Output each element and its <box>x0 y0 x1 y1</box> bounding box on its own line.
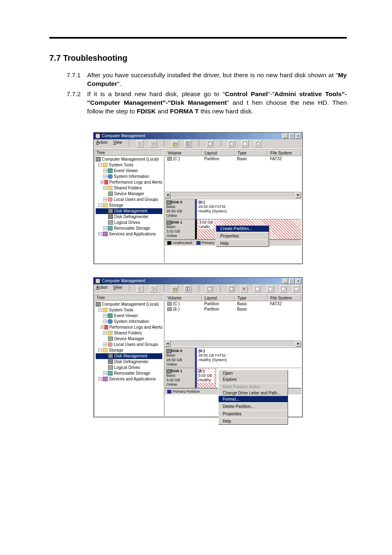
disk-1-unallocated[interactable]: 3.02 GB Unallo Create Partition... Prope… <box>195 219 301 239</box>
tree-disk-management[interactable]: Disk Management <box>96 353 162 359</box>
disk-1-label[interactable]: Disk 1 Basic 3.02 GB Online <box>165 368 195 388</box>
menu-action[interactable]: Action <box>96 140 108 147</box>
nav-back-button[interactable] <box>136 285 144 292</box>
tree-root[interactable]: Computer Management (Local) <box>96 157 162 162</box>
tree-storage[interactable]: −Storage <box>96 203 162 208</box>
up-button[interactable] <box>171 140 179 147</box>
disk-0-label[interactable]: Disk 0 Basic 28.50 GB Online <box>165 348 195 368</box>
tree-tab[interactable]: Tree <box>95 295 163 301</box>
col-filesystem[interactable]: File System <box>267 150 301 156</box>
toolbar-button[interactable] <box>280 285 287 292</box>
tree-services-apps[interactable]: +Services and Applications <box>96 231 162 237</box>
tree-system-tools[interactable]: −System Tools <box>96 307 162 313</box>
horizontal-scrollbar[interactable]: ◄► <box>165 341 301 346</box>
menu-help[interactable]: Help <box>219 418 288 424</box>
disk-1-label[interactable]: Disk 1 Basic 3.02 GB Online <box>165 219 195 239</box>
scroll-left-button[interactable]: ◄ <box>165 341 171 347</box>
tree-disk-defrag[interactable]: Disk Defragmenter <box>96 359 162 365</box>
scroll-left-button[interactable]: ◄ <box>165 192 171 198</box>
tree-system-info[interactable]: +System Information <box>96 174 162 180</box>
menu-help[interactable]: Help <box>216 240 269 246</box>
menu-view[interactable]: View <box>113 140 122 147</box>
tree-storage[interactable]: −Storage <box>96 348 162 353</box>
horizontal-scrollbar[interactable]: ◄► <box>165 192 301 198</box>
titlebar[interactable]: Computer Management _ □ × <box>94 278 302 284</box>
expand-icon[interactable]: + <box>98 377 102 381</box>
expand-icon[interactable]: + <box>103 169 107 173</box>
tree-disk-defrag[interactable]: Disk Defragmenter <box>96 214 162 220</box>
menu-view[interactable]: View <box>113 285 122 292</box>
collapse-icon[interactable]: − <box>98 348 102 352</box>
col-layout[interactable]: Layout <box>202 150 235 156</box>
tree-perf-logs[interactable]: +Performance Logs and Alerts <box>96 180 162 185</box>
collapse-icon[interactable]: − <box>98 308 102 312</box>
tree-logical-drives[interactable]: Logical Drives <box>96 365 162 371</box>
minimize-button[interactable]: _ <box>282 134 288 139</box>
expand-icon[interactable]: + <box>103 314 107 318</box>
scroll-right-button[interactable]: ► <box>295 192 301 198</box>
expand-icon[interactable]: + <box>103 343 107 346</box>
nav-back-button[interactable] <box>136 140 144 147</box>
volume-row-e[interactable]: (E:) Partition Basic <box>165 306 301 312</box>
menu-change-drive-letter[interactable]: Change Drive Letter and Path... <box>219 390 288 396</box>
close-button[interactable]: × <box>295 279 301 284</box>
expand-icon[interactable]: + <box>103 175 107 178</box>
tree-local-users[interactable]: +Local Users and Groups <box>96 342 162 348</box>
disk-0-label[interactable]: Disk 0 Basic 28.50 GB Online <box>165 199 195 219</box>
refresh-button[interactable] <box>228 140 235 147</box>
delete-button[interactable] <box>240 285 248 292</box>
expand-icon[interactable]: + <box>101 180 104 184</box>
tree-perf-logs[interactable]: +Performance Logs and Alerts <box>96 325 162 330</box>
tree-disk-management[interactable]: Disk Management <box>96 208 162 214</box>
maximize-button[interactable]: □ <box>289 279 295 284</box>
up-button[interactable] <box>171 285 179 292</box>
properties-button[interactable] <box>206 285 213 292</box>
tree-event-viewer[interactable]: +Event Viewer <box>96 313 162 319</box>
tree-device-manager[interactable]: Device Manager <box>96 336 162 342</box>
col-type[interactable]: Type <box>235 150 267 156</box>
volume-row-c[interactable]: (C:) Partition Basic FAT32 <box>165 156 301 161</box>
refresh-button[interactable] <box>228 285 235 292</box>
expand-icon[interactable]: + <box>98 232 102 236</box>
menu-explore[interactable]: Explore <box>219 376 288 382</box>
show-hide-button[interactable] <box>184 140 192 147</box>
disk-0-partition[interactable]: (D:) 28.50 GB FAT32 Healthy (System) <box>195 348 301 368</box>
toolbar-button[interactable] <box>293 285 300 292</box>
expand-icon[interactable]: + <box>103 186 107 190</box>
menu-open[interactable]: Open <box>219 370 288 376</box>
tree-event-viewer[interactable]: +Event Viewer <box>96 168 162 174</box>
menu-properties[interactable]: Properties <box>219 411 288 417</box>
nav-forward-button[interactable] <box>150 140 157 147</box>
help-button[interactable] <box>254 140 262 147</box>
menu-delete-partition[interactable]: Delete Partition... <box>219 403 288 410</box>
disk-0-partition[interactable]: (D:) 28.50 GB FAT32 Healthy (System) <box>195 199 301 219</box>
col-layout[interactable]: Layout <box>202 295 235 301</box>
tree-tab[interactable]: Tree <box>95 150 163 156</box>
tree-logical-drives[interactable]: Logical Drives <box>96 220 162 226</box>
tree-local-users[interactable]: +Local Users and Groups <box>96 197 162 203</box>
show-hide-button[interactable] <box>184 285 191 292</box>
properties-button[interactable] <box>206 140 214 147</box>
tree-services-apps[interactable]: +Services and Applications <box>96 376 162 382</box>
menu-format[interactable]: Format... <box>219 396 288 402</box>
menu-create-partition[interactable]: Create Partition... <box>216 226 269 232</box>
scroll-right-button[interactable]: ► <box>295 341 301 347</box>
toolbar-button[interactable] <box>267 285 274 292</box>
tree-removable-storage[interactable]: +Removable Storage <box>96 371 162 376</box>
close-button[interactable]: × <box>295 134 301 139</box>
collapse-icon[interactable]: − <box>98 203 102 207</box>
menu-mark-active[interactable]: Mark Partition Active <box>219 384 288 390</box>
nav-forward-button[interactable] <box>150 285 157 292</box>
menu-properties[interactable]: Properties <box>216 233 269 239</box>
volume-row-c[interactable]: (C:) Partition Basic FAT32 <box>165 301 301 306</box>
disk-1-partition-e[interactable]: (E:) 3.02 GB Healthy <box>195 368 216 388</box>
tree-root[interactable]: Computer Management (Local) <box>96 302 162 307</box>
tree-system-tools[interactable]: −System Tools <box>96 162 162 168</box>
tree-device-manager[interactable]: Device Manager <box>96 191 162 197</box>
menu-action[interactable]: Action <box>96 285 108 292</box>
expand-icon[interactable]: + <box>103 320 107 323</box>
expand-icon[interactable]: + <box>101 325 104 329</box>
col-filesystem[interactable]: File System <box>267 295 301 301</box>
collapse-icon[interactable]: − <box>98 163 102 167</box>
titlebar[interactable]: Computer Management _ □ × <box>94 133 302 139</box>
